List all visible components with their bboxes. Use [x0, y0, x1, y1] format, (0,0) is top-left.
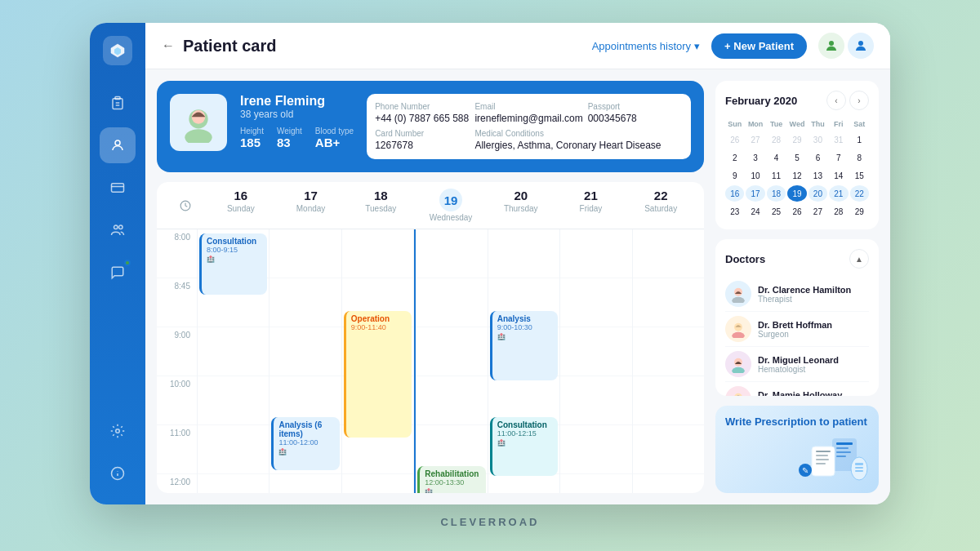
prescription-illustration: ✎ [725, 434, 869, 483]
sidebar [90, 23, 145, 504]
new-patient-button[interactable]: + New Patient [711, 33, 807, 59]
svg-rect-33 [816, 451, 831, 452]
event-consultation-sun[interactable]: Consultation 8:00-9:15 🏥 [199, 233, 267, 295]
doctor-item-3[interactable]: Dr. Miguel Leonard Hematologist [725, 347, 869, 382]
cal-day[interactable]: 21 [829, 185, 848, 202]
cal-day[interactable]: 28 [767, 131, 786, 148]
calendar-prev-button[interactable]: ‹ [826, 91, 846, 110]
cal-day[interactable]: 9 [725, 167, 744, 184]
day-header-wed[interactable]: 19 Wednesday [416, 182, 486, 229]
days-grid: Consultation 8:00-9:15 🏥 +3 nurses [198, 229, 704, 493]
header-right: Appointments history ▾ + New Patient [592, 33, 874, 59]
event-consultation-thu[interactable]: Consultation 11:00-12:15 🏥 [490, 417, 558, 476]
cal-day[interactable]: 4 [767, 149, 786, 166]
sidebar-item-settings[interactable] [100, 413, 136, 449]
doctor-info-3: Dr. Miguel Leonard Hematologist [758, 355, 839, 374]
cal-day[interactable]: 18 [767, 185, 786, 202]
cal-day[interactable]: 1 [850, 131, 869, 148]
day-col-fri [560, 229, 632, 493]
cal-day[interactable]: 24 [746, 203, 764, 220]
event-operation-tue[interactable]: Operation 9:00-11:40 [344, 311, 412, 438]
blood-value: AB+ [315, 136, 354, 149]
svg-text:✎: ✎ [802, 466, 808, 475]
cal-day[interactable]: 3 [746, 149, 764, 166]
app-logo[interactable] [103, 36, 132, 65]
doctor-item-1[interactable]: Dr. Clarence Hamilton Therapist [725, 277, 869, 312]
day-col-wed: Rehabilitation 12:00-13:30 🏥 Rehabilitat… [414, 229, 488, 493]
sidebar-item-info[interactable] [100, 455, 136, 491]
svg-point-16 [185, 129, 212, 143]
cal-day[interactable]: 27 [746, 131, 764, 148]
event-analysis-mon[interactable]: Analysis (6 items) 11:00-12:00 🏥 [271, 417, 339, 470]
avatar-1[interactable] [818, 33, 844, 59]
svg-point-22 [732, 332, 744, 338]
time-9: 9:00 [157, 327, 197, 376]
cal-day[interactable]: 5 [787, 149, 806, 166]
doctor-item-2[interactable]: Dr. Brett Hoffman Surgeon [725, 312, 869, 347]
back-button[interactable]: ← [162, 38, 175, 53]
cal-day[interactable]: 27 [808, 203, 827, 220]
cal-day[interactable]: 17 [746, 185, 764, 202]
sidebar-item-chat[interactable] [100, 255, 136, 291]
cal-day[interactable]: 13 [808, 167, 827, 184]
doctor-item-4[interactable]: Dr. Mamie Holloway Rehabilitologist [725, 382, 869, 396]
doctors-toggle-button[interactable]: ▲ [849, 249, 869, 269]
avatar-2[interactable] [848, 33, 874, 59]
cal-day[interactable]: 30 [808, 131, 827, 148]
cal-day[interactable]: 29 [787, 131, 806, 148]
card-number-value: 1267678 [375, 140, 470, 151]
phone-label: Phone Number [375, 102, 470, 111]
cal-day[interactable]: 12 [787, 167, 806, 184]
cal-day[interactable]: 2 [725, 149, 744, 166]
sidebar-item-clipboard[interactable] [100, 85, 136, 121]
cal-day[interactable]: 26 [787, 203, 806, 220]
cal-day[interactable]: 6 [808, 149, 827, 166]
cal-day[interactable]: 22 [850, 185, 869, 202]
cal-day[interactable]: 23 [725, 203, 744, 220]
cal-day[interactable]: 11 [767, 167, 786, 184]
day-col-thu: Analysis 9:00-10:30 🏥 Consultation 11:00… [488, 229, 560, 493]
cal-day[interactable]: 8 [850, 149, 869, 166]
doctors-section: Doctors ▲ Dr. Clarence Hamilton Therapis… [715, 239, 879, 396]
svg-rect-40 [855, 463, 863, 465]
weight-value: 83 [277, 136, 302, 149]
day-header-fri[interactable]: 21 Friday [556, 182, 626, 229]
cal-day[interactable]: 15 [850, 167, 869, 184]
cal-day[interactable]: 14 [829, 167, 848, 184]
day-header-sat[interactable]: 22 Saturday [626, 182, 696, 229]
svg-rect-34 [816, 455, 828, 456]
patient-name: Irene Fleming [240, 94, 354, 109]
height-stat: Height 185 [240, 127, 264, 149]
cal-day[interactable]: 28 [829, 203, 848, 220]
sidebar-item-users[interactable] [100, 212, 136, 248]
cal-day[interactable]: 20 [808, 185, 827, 202]
doctor-specialty-1: Therapist [758, 295, 851, 304]
sidebar-item-person[interactable] [100, 127, 136, 163]
cal-day[interactable]: 7 [829, 149, 848, 166]
calendar-next-button[interactable]: › [849, 91, 869, 110]
patient-avatar-section [170, 94, 227, 159]
time-col-header [165, 182, 206, 229]
email-group: Email irenefleming@gmail.com [474, 102, 582, 124]
cal-day-today[interactable]: 19 [787, 185, 806, 202]
day-header-sun[interactable]: 16 Sunday [206, 182, 276, 229]
cal-day[interactable]: 29 [850, 203, 869, 220]
doctor-avatar-4 [725, 386, 751, 396]
sidebar-item-card[interactable] [100, 170, 136, 206]
svg-point-8 [119, 225, 123, 229]
day-header-mon[interactable]: 17 Monday [276, 182, 346, 229]
event-rehab-wed-1[interactable]: Rehabilitation 12:00-13:30 🏥 [417, 466, 485, 493]
svg-point-14 [858, 41, 863, 46]
appointments-history-link[interactable]: Appointments history ▾ [592, 40, 700, 52]
day-col-mon: Analysis (6 items) 11:00-12:00 🏥 [270, 229, 341, 493]
cal-day[interactable]: 10 [746, 167, 764, 184]
cal-day[interactable]: 25 [767, 203, 786, 220]
event-analysis-thu[interactable]: Analysis 9:00-10:30 🏥 [490, 311, 558, 380]
cal-day[interactable]: 31 [829, 131, 848, 148]
day-header-thu[interactable]: 20 Thursday [486, 182, 556, 229]
cal-day[interactable]: 26 [725, 131, 744, 148]
cal-day[interactable]: 16 [725, 185, 744, 202]
svg-point-9 [116, 429, 120, 433]
day-header-tue[interactable]: 18 Tuesday [345, 182, 416, 229]
svg-rect-1 [113, 99, 122, 109]
